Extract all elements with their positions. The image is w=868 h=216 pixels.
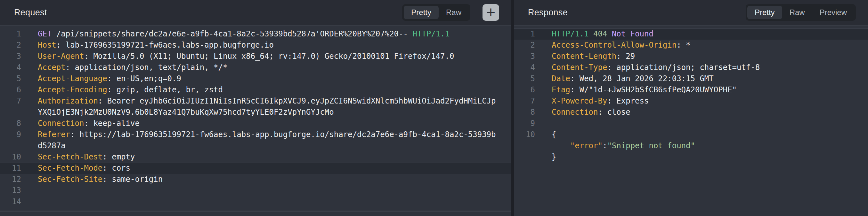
request-header-controls: PrettyRaw +: [402, 4, 499, 21]
code-line-text: X-Powered-By: Express: [535, 96, 649, 107]
code-line-text: Sec-Fetch-Mode: cors: [21, 163, 130, 174]
token-name: Sec-Fetch-Site: [38, 175, 102, 184]
token-name: X-Powered-By: [552, 97, 607, 105]
code-row[interactable]: 5Date: Wed, 28 Jan 2026 22:03:15 GMT: [514, 73, 868, 84]
line-number: 1: [514, 29, 535, 40]
tab-raw[interactable]: Raw: [439, 6, 469, 20]
token-name: Accept-Language: [38, 74, 107, 83]
code-row[interactable]: d5287a: [0, 140, 511, 151]
code-line-text: Sec-Fetch-Site: same-origin: [21, 174, 163, 185]
code-line-text: Access-Control-Allow-Origin: *: [535, 40, 691, 51]
response-editor[interactable]: 1HTTP/1.1 404 Not Found2Access-Control-A…: [514, 26, 868, 216]
line-number: [514, 140, 535, 151]
line-number: 10: [514, 129, 535, 140]
code-line-text: d5287a: [21, 140, 66, 151]
token-name: Accept-Encoding: [38, 85, 107, 94]
code-row[interactable]: 11Sec-Fetch-Mode: cors: [0, 163, 511, 174]
http-inspector: Request PrettyRaw + 1GET /api/snippets/s…: [0, 0, 868, 216]
code-row[interactable]: }: [514, 151, 868, 163]
line-number: 13: [0, 185, 21, 196]
code-line-text: [21, 196, 38, 207]
code-row[interactable]: 5Accept-Language: en-US,en;q=0.9: [0, 73, 511, 84]
code-row[interactable]: 10{: [514, 129, 868, 140]
code-line-text: Content-Type: application/json; charset=…: [535, 62, 760, 73]
tab-pretty[interactable]: Pretty: [747, 6, 782, 20]
code-row[interactable]: 1GET /api/snippets/share/dc2a7e6e-a9fb-4…: [0, 29, 511, 40]
code-row[interactable]: 6Etag: W/"1d-+JwSH2bSfCB6sfPeQA20UWYOPHE…: [514, 84, 868, 96]
tab-raw[interactable]: Raw: [782, 6, 812, 20]
code-row[interactable]: 8Connection: close: [514, 107, 868, 118]
request-editor[interactable]: 1GET /api/snippets/share/dc2a7e6e-a9fb-4…: [0, 26, 511, 216]
code-row[interactable]: 12Sec-Fetch-Site: same-origin: [0, 174, 511, 185]
code-line-text: Host: lab-1769635199721-fw6aes.labs-app.…: [21, 40, 274, 51]
response-panel-title: Response: [528, 8, 568, 17]
code-row[interactable]: 13: [0, 185, 511, 196]
horizontal-scrollbar[interactable]: [0, 211, 511, 212]
response-panel: Response PrettyRawPreview 1HTTP/1.1 404 …: [514, 0, 868, 216]
code-line-text: [535, 118, 552, 129]
code-row[interactable]: 4Content-Type: application/json; charset…: [514, 62, 868, 73]
code-row[interactable]: 6Accept-Encoding: gzip, deflate, br, zst…: [0, 84, 511, 96]
token-val: : lab-1769635199721-fw6aes.labs-app.bugf…: [56, 41, 274, 49]
code-line-text: Connection: keep-alive: [21, 118, 140, 129]
code-row[interactable]: 1HTTP/1.1 404 Not Found: [514, 29, 868, 40]
code-line-text: Accept: application/json, text/plain, */…: [21, 62, 227, 73]
token-val: : Bearer eyJhbGciOiJIUzI1NiIsInR5cCI6Ikp…: [98, 97, 496, 105]
code-row[interactable]: 8Connection: keep-alive: [0, 118, 511, 129]
code-row[interactable]: 4Accept: application/json, text/plain, *…: [0, 62, 511, 73]
code-row[interactable]: 10Sec-Fetch-Dest: empty: [0, 151, 511, 163]
tab-preview[interactable]: Preview: [812, 6, 854, 20]
tab-pretty[interactable]: Pretty: [404, 6, 439, 20]
token-name: Access-Control-Allow-Origin: [552, 41, 677, 49]
code-line-text: YXQiOjE3Njk2MzU0NzV9.6b0L8Yaz41Q7buKqXw7…: [21, 107, 334, 118]
token-val: :: [602, 141, 607, 150]
code-row[interactable]: 2Access-Control-Allow-Origin: *: [514, 40, 868, 51]
code-row[interactable]: 14: [0, 196, 511, 207]
code-line-text: Referer: https://lab-1769635199721-fw6ae…: [21, 129, 496, 140]
request-header: Request PrettyRaw +: [0, 0, 511, 26]
code-row[interactable]: 3User-Agent: Mozilla/5.0 (X11; Ubuntu; L…: [0, 51, 511, 62]
token-name: Host: [38, 41, 56, 49]
line-number: 2: [0, 40, 21, 51]
code-row[interactable]: 9Referer: https://lab-1769635199721-fw6a…: [0, 129, 511, 140]
code-line-text: HTTP/1.1 404 Not Found: [535, 29, 653, 40]
token-val: : Mozilla/5.0 (X11; Ubuntu; Linux x86_64…: [84, 52, 454, 61]
token-val: : *: [677, 41, 690, 49]
request-panel-title: Request: [14, 8, 47, 17]
token-name: Content-Length: [552, 52, 616, 61]
token-val: /api/snippets/share/dc2a7e6e-a9fb-4ca1-8…: [52, 29, 412, 38]
code-line-text: Etag: W/"1d-+JwSH2bSfCB6sfPeQA20UWYOPHE": [535, 84, 737, 96]
code-row[interactable]: 9: [514, 118, 868, 129]
code-row[interactable]: 7X-Powered-By: Express: [514, 96, 868, 107]
code-row[interactable]: 7Authorization: Bearer eyJhbGciOiJIUzI1N…: [0, 96, 511, 107]
line-number: 11: [0, 163, 21, 174]
code-line-text: Content-Length: 29: [535, 51, 635, 62]
token-val: : same-origin: [102, 175, 163, 184]
code-line-text: GET /api/snippets/share/dc2a7e6e-a9fb-4c…: [21, 29, 450, 40]
line-number: 7: [514, 96, 535, 107]
token-val: : 29: [616, 52, 635, 61]
token-val: : Wed, 28 Jan 2026 22:03:15 GMT: [570, 74, 714, 83]
code-row[interactable]: 3Content-Length: 29: [514, 51, 868, 62]
token-val: : W/"1d-+JwSH2bSfCB6sfPeQA20UWYOPHE": [570, 85, 737, 94]
token-name: Authorization: [38, 97, 98, 105]
token-val: }: [552, 152, 556, 161]
code-line-text: Date: Wed, 28 Jan 2026 22:03:15 GMT: [535, 73, 714, 84]
code-row[interactable]: YXQiOjE3Njk2MzU0NzV9.6b0L8Yaz41Q7buKqXw7…: [0, 107, 511, 118]
line-number: [0, 107, 21, 118]
token-name: Sec-Fetch-Dest: [38, 152, 102, 161]
add-request-button[interactable]: +: [483, 4, 499, 21]
code-row[interactable]: 2Host: lab-1769635199721-fw6aes.labs-app…: [0, 40, 511, 51]
code-line-text: {: [535, 129, 556, 140]
code-line-text: "error":"Snippet not found": [535, 140, 695, 151]
token-val: : application/json; charset=utf-8: [607, 63, 760, 72]
panel-divider[interactable]: [511, 0, 514, 216]
line-number: 1: [0, 29, 21, 40]
request-view-tabs: PrettyRaw: [402, 4, 470, 21]
code-row[interactable]: "error":"Snippet not found": [514, 140, 868, 151]
line-number: 5: [0, 73, 21, 84]
code-line-text: Sec-Fetch-Dest: empty: [21, 151, 135, 163]
token-ver: HTTP/1.1: [412, 29, 450, 38]
code-line-text: [21, 185, 38, 196]
token-jkey: "error": [552, 141, 602, 150]
